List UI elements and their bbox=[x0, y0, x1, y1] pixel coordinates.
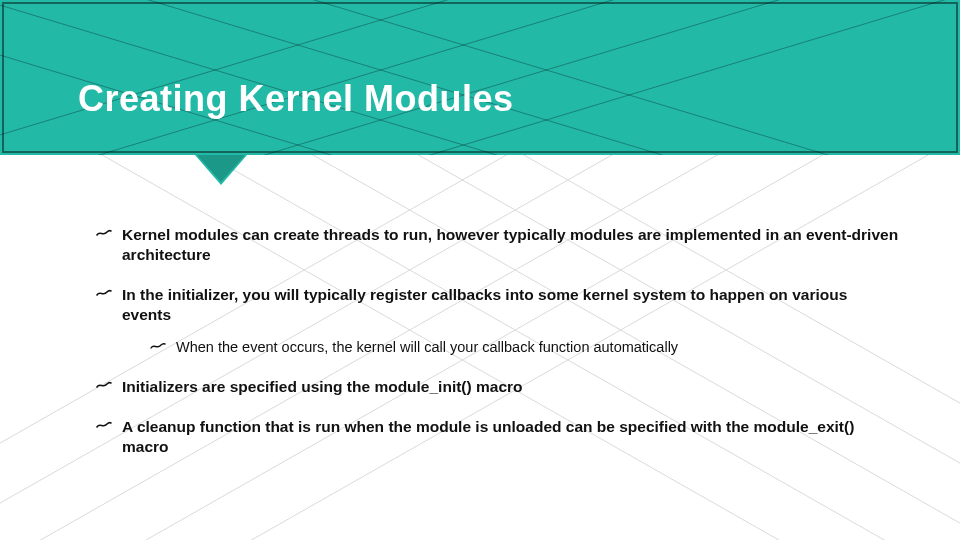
bullet-text: Initializers are specified using the mod… bbox=[122, 378, 523, 395]
bullet-item: Kernel modules can create threads to run… bbox=[96, 225, 900, 265]
slide: Creating Kernel Modules Kernel modules c… bbox=[0, 0, 960, 540]
content-area: Kernel modules can create threads to run… bbox=[0, 155, 960, 458]
title-banner: Creating Kernel Modules bbox=[0, 0, 960, 155]
sub-bullet-item: When the event occurs, the kernel will c… bbox=[150, 338, 900, 358]
bullet-item: A cleanup function that is run when the … bbox=[96, 417, 900, 457]
sub-bullet-list: When the event occurs, the kernel will c… bbox=[150, 338, 900, 358]
bullet-text: In the initializer, you will typically r… bbox=[122, 286, 847, 323]
bullet-text: A cleanup function that is run when the … bbox=[122, 418, 854, 455]
banner-pointer-icon bbox=[195, 155, 247, 185]
bullet-list: Kernel modules can create threads to run… bbox=[96, 225, 900, 458]
page-title: Creating Kernel Modules bbox=[78, 78, 514, 120]
bullet-item: Initializers are specified using the mod… bbox=[96, 377, 900, 397]
bullet-item: In the initializer, you will typically r… bbox=[96, 285, 900, 357]
bullet-text: Kernel modules can create threads to run… bbox=[122, 226, 898, 263]
